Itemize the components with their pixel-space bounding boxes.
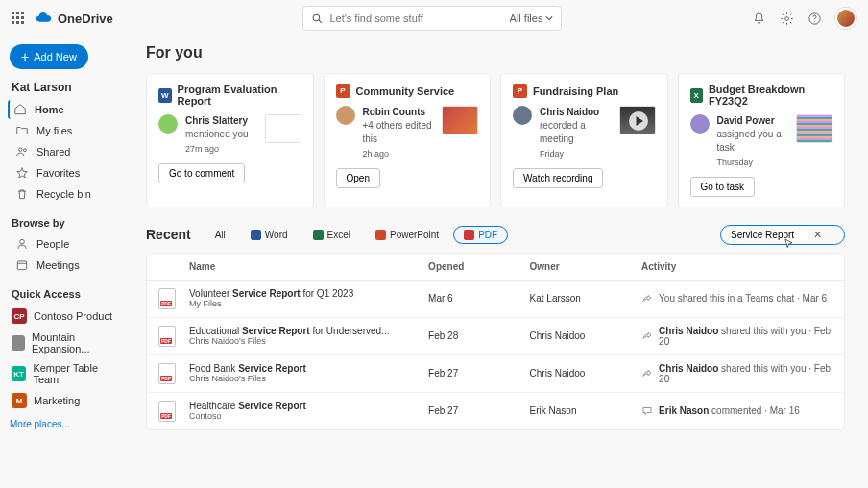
people-icon <box>15 145 29 159</box>
card-action-button[interactable]: Go to comment <box>158 163 245 183</box>
filter-powerpoint[interactable]: PowerPoint <box>365 226 449 244</box>
nav-home[interactable]: Home <box>8 100 125 119</box>
card-person: David Power <box>717 115 775 126</box>
brand-label: OneDrive <box>58 12 113 26</box>
nav-label: Recycle bin <box>36 188 91 200</box>
nav-favorites[interactable]: Favorites <box>10 163 125 183</box>
filter-pdf[interactable]: PDF <box>453 226 508 244</box>
for-you-card[interactable]: W Program Evaluation Report Chris Slatte… <box>146 73 314 207</box>
page-title: For you <box>146 44 845 61</box>
search-input[interactable] <box>329 12 503 24</box>
user-avatar[interactable] <box>835 8 856 29</box>
qa-label: Contoso Product <box>34 310 112 322</box>
file-location: Chris Naidoo's Files <box>189 336 422 346</box>
more-places-link[interactable]: More places... <box>10 419 125 429</box>
card-title: Community Service <box>356 85 455 97</box>
filter-all[interactable]: All <box>205 226 236 244</box>
current-user-name: Kat Larson <box>12 81 125 94</box>
search-icon <box>311 12 324 25</box>
filter-word[interactable]: Word <box>240 226 299 244</box>
card-title: Program Evaluation Report <box>178 84 301 107</box>
home-icon <box>13 103 27 116</box>
card-person: Chris Naidoo <box>540 107 599 117</box>
card-title: Budget Breakdown FY23Q2 <box>709 84 832 107</box>
svg-point-6 <box>23 149 26 152</box>
activity-text: You shared this in a Teams chat · Mar 6 <box>659 293 827 304</box>
nav-recycle-bin[interactable]: Recycle bin <box>10 184 125 204</box>
add-new-button[interactable]: Add New <box>10 44 88 69</box>
file-row[interactable]: Volunteer Service Report for Q1 2023My F… <box>147 281 844 318</box>
file-row[interactable]: Healthcare Service ReportContoso Feb 27 … <box>147 393 844 429</box>
svg-point-5 <box>19 148 23 152</box>
file-name: Healthcare Service Report <box>189 401 422 411</box>
col-name[interactable]: Name <box>189 261 422 272</box>
card-time: 27m ago <box>185 143 257 156</box>
card-action: assigned you a task <box>717 129 782 153</box>
file-location: My Files <box>189 299 422 308</box>
calendar-icon <box>15 258 29 272</box>
browse-by-header: Browse by <box>12 217 125 229</box>
filter-excel[interactable]: Excel <box>302 226 361 244</box>
search-scope[interactable]: All files <box>510 12 554 24</box>
quick-access-item[interactable]: CPContoso Product <box>10 305 125 327</box>
pdf-file-icon <box>158 363 176 384</box>
card-title: Fundraising Plan <box>533 85 618 97</box>
col-opened[interactable]: Opened <box>428 261 523 272</box>
qa-badge-icon: M <box>12 393 27 408</box>
nav-meetings[interactable]: Meetings <box>10 256 125 275</box>
clear-filter-icon[interactable]: ✕ <box>813 229 822 241</box>
svg-point-4 <box>814 20 815 21</box>
quick-access-item[interactable]: KTKemper Table Team <box>10 359 125 388</box>
ppt-file-icon: P <box>513 84 527 98</box>
card-action: mentioned you <box>185 129 249 139</box>
app-launcher-icon[interactable] <box>12 12 25 25</box>
col-activity[interactable]: Activity <box>641 261 832 272</box>
card-person: Chris Slattery <box>185 115 248 126</box>
for-you-card[interactable]: P Fundraising Plan Chris Naidoo recorded… <box>500 73 668 207</box>
recent-filter-input[interactable] <box>731 230 808 240</box>
qa-label: Mountain Expansion... <box>32 331 123 354</box>
file-row[interactable]: Food Bank Service ReportChris Naidoo's F… <box>147 355 844 393</box>
quick-access-item[interactable]: Mountain Expansion... <box>10 329 125 357</box>
qa-badge-icon <box>12 335 25 351</box>
col-owner[interactable]: Owner <box>530 261 637 272</box>
pdf-file-icon <box>158 401 176 422</box>
activity-text: Chris Naidoo shared this with you · Feb … <box>659 363 832 384</box>
nav-shared[interactable]: Shared <box>10 142 125 161</box>
quick-access-item[interactable]: MMarketing <box>10 390 125 411</box>
nav-my-files[interactable]: My files <box>10 121 125 140</box>
card-thumbnail <box>442 106 478 134</box>
help-icon[interactable] <box>808 12 822 26</box>
card-person: Robin Counts <box>363 107 426 117</box>
card-action-button[interactable]: Watch recording <box>513 168 603 188</box>
file-owner: Erik Nason <box>530 405 637 416</box>
file-name: Educational Service Report for Underserv… <box>189 326 422 336</box>
share-icon <box>641 330 653 342</box>
file-name: Food Bank Service Report <box>189 363 422 374</box>
file-owner: Chris Naidoo <box>530 330 637 341</box>
trash-icon <box>15 187 29 201</box>
for-you-card[interactable]: X Budget Breakdown FY23Q2 David Power as… <box>678 73 846 207</box>
global-search[interactable]: All files <box>302 6 562 31</box>
svg-line-1 <box>320 20 323 23</box>
folder-icon <box>15 124 29 137</box>
settings-gear-icon[interactable] <box>780 12 794 26</box>
activity-text: Erik Nason commented · Mar 16 <box>659 405 800 416</box>
file-opened: Feb 27 <box>428 405 523 416</box>
card-action-button[interactable]: Go to task <box>690 177 756 197</box>
file-row[interactable]: Educational Service Report for Underserv… <box>147 318 844 355</box>
svg-point-2 <box>785 16 789 20</box>
nav-label: My files <box>36 125 72 136</box>
quick-access-header: Quick Access <box>12 288 125 300</box>
person-avatar <box>336 106 355 125</box>
recent-filter-box[interactable]: ✕ <box>720 225 845 245</box>
for-you-card[interactable]: P Community Service Robin Counts +4 othe… <box>324 73 492 207</box>
nav-people[interactable]: People <box>10 234 125 254</box>
qa-badge-icon: CP <box>12 308 27 324</box>
star-icon <box>15 166 29 180</box>
card-time: 2h ago <box>363 148 435 160</box>
notifications-icon[interactable] <box>752 12 766 26</box>
card-action-button[interactable]: Open <box>336 168 380 188</box>
filter-color-icon <box>251 230 261 240</box>
comment-icon <box>641 405 653 417</box>
